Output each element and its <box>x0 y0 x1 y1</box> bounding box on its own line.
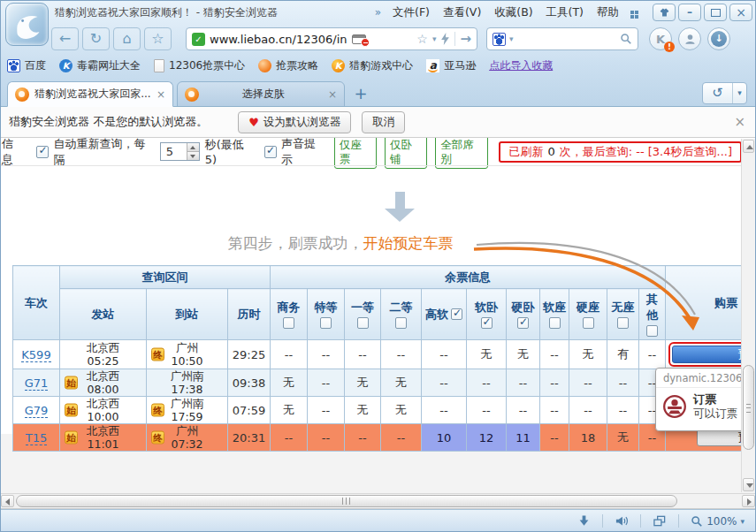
apps-grid-icon[interactable] <box>630 11 634 14</box>
menu-item[interactable]: 工具(T) <box>546 5 584 20</box>
seat-checkbox[interactable] <box>583 317 594 329</box>
seat-col-label: 一等 <box>351 300 374 315</box>
go-button[interactable] <box>460 31 471 47</box>
collapse-menu-icon[interactable]: » <box>375 6 381 19</box>
seat-filter-button[interactable]: 仅卧铺 <box>385 138 427 169</box>
cancel-button[interactable]: 取消 <box>362 111 405 133</box>
seat-col-header: 软座 <box>540 289 569 340</box>
browser-logo[interactable] <box>5 3 49 46</box>
seat-cell: -- <box>507 397 540 424</box>
sound-checkbox[interactable] <box>264 146 277 158</box>
train-number-link[interactable]: G71 <box>25 376 49 391</box>
seat-checkbox[interactable] <box>481 317 493 329</box>
tab[interactable]: 选择皮肤 <box>177 81 345 107</box>
zoom-control[interactable]: 100% <box>679 515 756 528</box>
address-bar[interactable]: www.liebao.cn/12306/in <box>186 27 477 50</box>
stepper-down-icon[interactable] <box>187 151 199 160</box>
seat-checkbox[interactable] <box>451 308 462 320</box>
kingsoft-button[interactable] <box>649 27 672 50</box>
interval-stepper[interactable]: 5 <box>160 142 200 161</box>
import-favorites-link[interactable]: 点此导入收藏 <box>489 58 553 73</box>
scroll-up-button[interactable] <box>743 140 754 153</box>
vertical-scrollbar[interactable] <box>741 139 755 492</box>
tab-close-icon[interactable] <box>328 88 337 101</box>
seat-cell: -- <box>308 369 345 397</box>
refresh-button[interactable] <box>82 27 110 50</box>
zoom-dropdown-icon[interactable] <box>740 517 745 526</box>
favorite-dropdown-icon[interactable] <box>432 34 437 43</box>
tab-close-icon[interactable] <box>157 88 165 101</box>
popup-blocked-icon[interactable] <box>352 34 366 44</box>
add-favorite-icon[interactable] <box>416 32 428 46</box>
vertical-scroll-thumb[interactable] <box>743 365 754 450</box>
menu-item[interactable]: 文件(F) <box>393 5 430 20</box>
skin-button[interactable] <box>653 4 676 21</box>
auto-refresh-label: 自动重新查询，每隔 <box>53 138 154 168</box>
url-text[interactable]: www.liebao.cn/12306/in <box>210 33 347 46</box>
seat-filter-button[interactable]: 全部席别 <box>435 138 488 169</box>
scroll-down-button[interactable] <box>743 478 754 491</box>
seat-filter-button[interactable]: 仅座票 <box>334 138 377 169</box>
seat-checkbox[interactable] <box>283 317 294 329</box>
horizontal-scroll-thumb[interactable] <box>16 495 677 507</box>
seat-checkbox[interactable] <box>646 325 658 337</box>
search-box[interactable] <box>486 27 638 50</box>
menu-item[interactable]: 收藏(B) <box>494 5 532 20</box>
minimize-button[interactable] <box>678 4 701 21</box>
seat-col-label: 高软 <box>425 307 448 323</box>
download-manager-button[interactable] <box>707 27 730 50</box>
interval-value[interactable]: 5 <box>161 143 187 160</box>
cancel-label: 取消 <box>372 115 394 130</box>
bookmark-item[interactable]: 百度 <box>7 58 46 73</box>
seat-checkbox[interactable] <box>617 317 629 329</box>
auto-refresh-checkbox[interactable] <box>36 146 49 158</box>
menu-item[interactable]: 查看(V) <box>443 5 481 20</box>
bookmark-item[interactable]: 抢票攻略 <box>258 58 318 73</box>
train-number-link[interactable]: G79 <box>25 404 49 418</box>
train-col-header: 车次 <box>13 266 60 340</box>
favorites-button[interactable] <box>144 27 172 50</box>
seat-checkbox[interactable] <box>320 317 332 329</box>
set-default-browser-button[interactable]: 设为默认浏览器 <box>238 111 351 133</box>
search-icon[interactable] <box>620 33 632 45</box>
seat-cell: 无 <box>381 397 422 424</box>
account-button[interactable] <box>678 27 701 50</box>
seat-checkbox[interactable] <box>549 317 561 329</box>
menu-item[interactable]: 帮助 <box>597 5 619 20</box>
search-engine-dropdown-icon[interactable] <box>509 34 514 43</box>
bookmark-item[interactable]: a亚马逊 <box>426 58 476 73</box>
close-button[interactable] <box>729 4 752 21</box>
seat-checkbox[interactable] <box>357 317 369 329</box>
seat-cell: 12 <box>467 424 507 452</box>
train-number-link[interactable]: K599 <box>21 348 50 362</box>
notification-close-icon[interactable] <box>734 114 745 130</box>
stepper-up-icon[interactable] <box>187 143 199 151</box>
seat-checkbox[interactable] <box>517 317 529 329</box>
query-range-header: 查询区间 <box>60 266 271 289</box>
lightning-icon[interactable] <box>440 33 450 45</box>
train-number-link[interactable]: T15 <box>26 431 47 445</box>
status-download-button[interactable] <box>566 514 602 528</box>
horizontal-scrollbar[interactable] <box>0 493 756 509</box>
seat-col-header: 硬座 <box>569 289 607 340</box>
baidu-paw-icon[interactable] <box>493 33 506 46</box>
status-windows-button[interactable] <box>641 514 678 528</box>
home-button[interactable] <box>113 27 141 50</box>
undo-closed-tab-icon[interactable] <box>703 83 732 103</box>
navigation-toolbar: www.liebao.cn/12306/in <box>51 26 752 52</box>
maximize-button[interactable] <box>704 4 727 21</box>
undo-dropdown-icon[interactable] <box>732 83 746 103</box>
divider <box>0 165 742 166</box>
scroll-right-button[interactable] <box>742 495 755 507</box>
tab-active[interactable]: 猎豹浏览器祝大家回家... <box>7 81 173 107</box>
bookmark-item[interactable]: K毒霸网址大全 <box>59 58 141 73</box>
seat-col-header: 高软 <box>422 289 467 340</box>
back-button[interactable] <box>51 27 79 50</box>
scroll-left-button[interactable] <box>1 495 14 507</box>
new-tab-button[interactable] <box>350 85 371 104</box>
depart-cell: 始北京西10:00 <box>60 397 147 424</box>
status-sound-button[interactable] <box>603 514 640 528</box>
bookmark-item[interactable]: K猎豹游戏中心 <box>332 58 413 73</box>
bookmark-item[interactable]: 12306抢票中心 <box>154 58 245 73</box>
seat-checkbox[interactable] <box>395 317 407 329</box>
